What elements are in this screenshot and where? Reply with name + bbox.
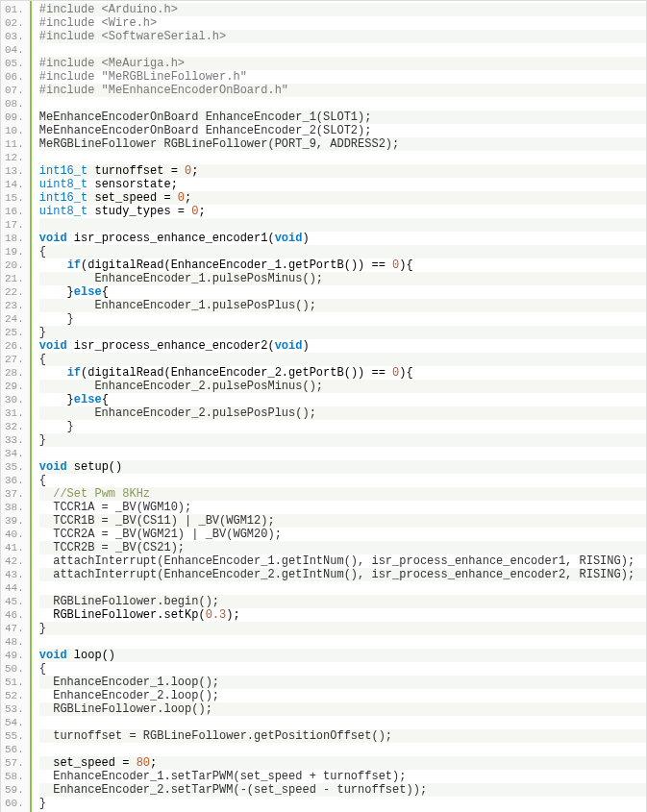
code-line: #include <SoftwareSerial.h>: [39, 30, 646, 43]
code-line: MeRGBLineFollower RGBLineFollower(PORT_9…: [39, 137, 646, 151]
line-number: 44.: [5, 581, 24, 595]
code-line: [39, 716, 646, 729]
code-line: }: [39, 433, 646, 447]
code-line: turnoffset = RGBLineFollower.getPosition…: [39, 729, 646, 743]
line-number: 51.: [5, 676, 24, 689]
code-line: EnhanceEncoder_1.setTarPWM(set_speed + t…: [39, 770, 646, 783]
code-line: #include "MeEnhanceEncoderOnBoard.h": [39, 84, 646, 97]
line-number: 58.: [5, 770, 24, 783]
code-line: EnhanceEncoder_2.pulsePosPlus();: [39, 406, 646, 420]
code-line: EnhanceEncoder_1.pulsePosPlus();: [39, 299, 646, 312]
code-line: #include <MeAuriga.h>: [39, 57, 646, 70]
code-line: MeEnhanceEncoderOnBoard EnhanceEncoder_2…: [39, 124, 646, 137]
code-line: if(digitalRead(EnhanceEncoder_1.getPortB…: [39, 258, 646, 272]
line-number: 55.: [5, 729, 24, 743]
code-line: RGBLineFollower.loop();: [39, 702, 646, 716]
code-line: //Set Pwm 8KHz: [39, 487, 646, 501]
code-line: }: [39, 797, 646, 810]
code-line: {: [39, 662, 646, 676]
line-number: 48.: [5, 635, 24, 649]
line-number: 39.: [5, 514, 24, 528]
line-number: 31.: [5, 406, 24, 420]
line-number: 46.: [5, 608, 24, 622]
line-number: 16.: [5, 205, 24, 218]
code-line: }: [39, 420, 646, 433]
code-line: void isr_process_enhance_encoder2(void): [39, 339, 646, 353]
code-line: {: [39, 245, 646, 258]
line-number: 15.: [5, 191, 24, 205]
code-line: }else{: [39, 393, 646, 406]
line-number: 34.: [5, 447, 24, 460]
code-line: attachInterrupt(EnhanceEncoder_2.getIntN…: [39, 568, 646, 581]
line-number: 06.: [5, 70, 24, 84]
line-number: 41.: [5, 541, 24, 554]
code-line: EnhanceEncoder_1.pulsePosMinus();: [39, 272, 646, 285]
code-block: 01.02.03.04.05.06.07.08.09.10.11.12.13.1…: [0, 0, 647, 812]
code-line: uint8_t sensorstate;: [39, 178, 646, 191]
line-number: 25.: [5, 326, 24, 339]
code-line: TCCR2A = _BV(WGM21) | _BV(WGM20);: [39, 528, 646, 541]
line-number: 21.: [5, 272, 24, 285]
line-number: 57.: [5, 756, 24, 770]
code-line: [39, 97, 646, 111]
line-number: 08.: [5, 97, 24, 111]
line-number: 17.: [5, 218, 24, 232]
code-line: [39, 447, 646, 460]
line-number: 05.: [5, 57, 24, 70]
line-number: 24.: [5, 312, 24, 326]
code-line: [39, 43, 646, 57]
line-number: 35.: [5, 460, 24, 474]
line-number: 18.: [5, 232, 24, 245]
code-line: EnhanceEncoder_1.loop();: [39, 676, 646, 689]
line-number: 50.: [5, 662, 24, 676]
line-number: 49.: [5, 649, 24, 662]
line-number: 32.: [5, 420, 24, 433]
code-line: {: [39, 474, 646, 487]
line-number: 38.: [5, 501, 24, 514]
line-number: 07.: [5, 84, 24, 97]
line-number: 40.: [5, 528, 24, 541]
line-number: 42.: [5, 554, 24, 568]
code-line: [39, 581, 646, 595]
line-number: 03.: [5, 30, 24, 43]
code-line: EnhanceEncoder_2.loop();: [39, 689, 646, 702]
code-line: [39, 743, 646, 756]
line-number: 59.: [5, 783, 24, 797]
code-line: [39, 635, 646, 649]
line-number: 01.: [5, 3, 24, 16]
line-number: 36.: [5, 474, 24, 487]
line-number: 29.: [5, 380, 24, 393]
code-line: void isr_process_enhance_encoder1(void): [39, 232, 646, 245]
code-line: }: [39, 326, 646, 339]
code-line: }: [39, 312, 646, 326]
line-number: 52.: [5, 689, 24, 702]
code-line: uint8_t study_types = 0;: [39, 205, 646, 218]
code-line: TCCR1B = _BV(CS11) | _BV(WGM12);: [39, 514, 646, 528]
line-number: 22.: [5, 285, 24, 299]
line-number: 28.: [5, 366, 24, 380]
code-line: EnhanceEncoder_2.pulsePosMinus();: [39, 380, 646, 393]
line-number: 33.: [5, 433, 24, 447]
code-line: int16_t set_speed = 0;: [39, 191, 646, 205]
code-line: void loop(): [39, 649, 646, 662]
line-number: 11.: [5, 137, 24, 151]
line-number: 43.: [5, 568, 24, 581]
line-number: 13.: [5, 164, 24, 178]
line-number: 12.: [5, 151, 24, 164]
code-line: }: [39, 622, 646, 635]
line-number: 14.: [5, 178, 24, 191]
line-number: 26.: [5, 339, 24, 353]
code-line: }else{: [39, 285, 646, 299]
code-line: [39, 151, 646, 164]
code-line: #include <Wire.h>: [39, 16, 646, 30]
line-number: 10.: [5, 124, 24, 137]
line-number: 23.: [5, 299, 24, 312]
line-number: 37.: [5, 487, 24, 501]
line-number: 30.: [5, 393, 24, 406]
code-line: [39, 218, 646, 232]
code-line: MeEnhanceEncoderOnBoard EnhanceEncoder_1…: [39, 111, 646, 124]
code-line: if(digitalRead(EnhanceEncoder_2.getPortB…: [39, 366, 646, 380]
code-line: TCCR1A = _BV(WGM10);: [39, 501, 646, 514]
code-line: EnhanceEncoder_2.setTarPWM(-(set_speed -…: [39, 783, 646, 797]
code-line: RGBLineFollower.begin();: [39, 595, 646, 608]
